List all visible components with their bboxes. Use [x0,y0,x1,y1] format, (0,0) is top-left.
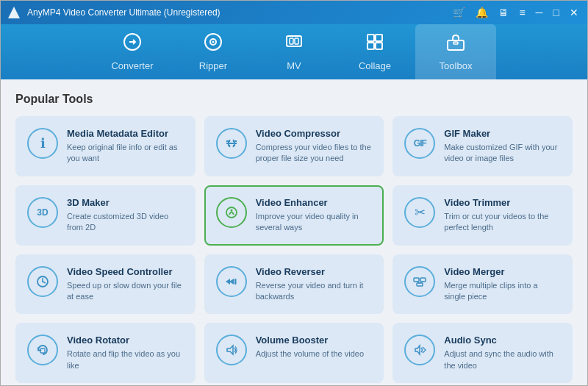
tool-video-enhancer[interactable]: Video Enhancer Improve your video qualit… [204,185,384,246]
nav-collage[interactable]: Collage [334,24,415,79]
ripper-icon [204,32,223,56]
ripper-label: Ripper [199,60,227,71]
audio-sync-desc: Adjust and sync the audio with the video [444,349,561,371]
tool-video-trimmer[interactable]: ✂ Video Trimmer Trim or cut your videos … [392,185,573,246]
volume-booster-name: Volume Booster [256,335,373,346]
toolbox-icon [446,32,465,56]
svg-point-15 [230,209,232,211]
audio-sync-name: Audio Sync [444,335,561,346]
video-merger-name: Video Merger [444,266,561,277]
gif-maker-icon: GIF [404,128,435,159]
cart-icon[interactable]: 🛒 [450,7,468,18]
nav-bar: Converter Ripper MV [1,24,587,79]
tool-volume-booster[interactable]: Volume Booster Adjust the volume of the … [204,323,384,383]
nav-mv[interactable]: MV [254,24,334,79]
video-trimmer-desc: Trim or cut your videos to the perfect l… [444,211,561,234]
app-title: AnyMP4 Video Converter Ultimate (Unregis… [27,7,450,18]
svg-rect-8 [368,35,374,41]
audio-sync-icon [404,335,435,365]
minimize-button[interactable]: ─ [533,7,546,18]
video-rotator-desc: Rotate and flip the video as you like [67,349,184,371]
3d-maker-icon: 3D [27,197,58,228]
video-merger-icon [404,266,435,297]
nav-toolbox[interactable]: Toolbox [415,24,496,79]
converter-icon [123,32,142,56]
video-speed-controller-name: Video Speed Controller [67,266,184,277]
tool-video-compressor[interactable]: Video Compressor Compress your video fil… [204,116,384,176]
svg-rect-11 [376,43,382,49]
volume-booster-desc: Adjust the volume of the video [256,349,373,360]
tool-gif-maker[interactable]: GIF GIF Maker Make customized GIF with y… [392,116,573,176]
mv-icon [284,32,304,56]
svg-rect-7 [295,38,298,44]
tool-video-merger[interactable]: Video Merger Merge multiple clips into a… [392,254,573,315]
tools-grid: ℹ Media Metadata Editor Keep original fi… [15,116,573,383]
volume-booster-icon [216,335,247,365]
app-logo [7,5,21,20]
svg-rect-10 [368,43,374,49]
mv-label: MV [287,60,301,71]
video-trimmer-icon: ✂ [404,197,435,228]
converter-label: Converter [111,60,153,71]
tool-video-reverser[interactable]: Video Reverser Reverse your video and tu… [204,254,384,315]
svg-rect-5 [287,36,301,46]
video-enhancer-icon [216,197,247,228]
video-speed-controller-icon [27,266,58,297]
bell-icon[interactable]: 🔔 [473,7,491,18]
video-reverser-name: Video Reverser [256,266,373,277]
title-bar: AnyMP4 Video Converter Ultimate (Unregis… [1,1,587,24]
gif-maker-name: GIF Maker [444,128,561,139]
video-trimmer-name: Video Trimmer [444,197,561,208]
tool-audio-sync[interactable]: Audio Sync Adjust and sync the audio wit… [392,323,573,383]
media-metadata-editor-icon: ℹ [27,128,58,159]
window-controls: 🛒 🔔 🖥 ≡ ─ □ ✕ [450,7,581,18]
3d-maker-name: 3D Maker [67,197,184,208]
video-compressor-name: Video Compressor [256,128,373,139]
svg-rect-18 [234,279,237,285]
video-speed-controller-desc: Speed up or slow down your file at ease [67,280,184,303]
svg-rect-6 [290,38,293,44]
monitor-icon[interactable]: 🖥 [495,7,512,18]
close-button[interactable]: ✕ [567,7,581,18]
3d-maker-desc: Create customized 3D video from 2D [67,211,184,234]
tool-3d-maker[interactable]: 3D 3D Maker Create customized 3D video f… [15,185,196,246]
tool-video-speed-controller[interactable]: Video Speed Controller Speed up or slow … [15,254,196,315]
content-area: Popular Tools ℹ Media Metadata Editor Ke… [1,79,587,386]
tool-media-metadata-editor[interactable]: ℹ Media Metadata Editor Keep original fi… [15,116,196,176]
svg-rect-20 [420,278,426,282]
maximize-button[interactable]: □ [551,7,562,18]
svg-point-4 [212,41,215,43]
svg-rect-9 [376,35,382,41]
svg-rect-13 [453,42,458,44]
menu-icon[interactable]: ≡ [516,7,528,18]
gif-maker-desc: Make customized GIF with your video or i… [444,142,561,165]
video-reverser-desc: Reverse your video and turn it backwards [256,280,373,303]
media-metadata-editor-desc: Keep original file info or edit as you w… [67,142,184,165]
tool-video-rotator[interactable]: Video Rotator Rotate and flip the video … [15,323,196,383]
nav-converter[interactable]: Converter [92,24,173,79]
svg-rect-19 [414,278,419,282]
video-rotator-icon [27,335,58,365]
video-compressor-desc: Compress your video files to the proper … [256,142,373,165]
video-merger-desc: Merge multiple clips into a single piece [444,280,561,303]
toolbox-label: Toolbox [440,60,473,71]
video-enhancer-name: Video Enhancer [256,197,373,208]
collage-icon [365,32,384,56]
video-reverser-icon [216,266,247,297]
section-title: Popular Tools [15,93,573,106]
nav-ripper[interactable]: Ripper [173,24,254,79]
video-enhancer-desc: Improve your video quality in several wa… [256,211,373,234]
svg-marker-0 [8,7,20,18]
media-metadata-editor-name: Media Metadata Editor [67,128,184,139]
collage-label: Collage [359,60,391,71]
svg-point-17 [42,281,43,282]
video-rotator-name: Video Rotator [67,335,184,346]
video-compressor-icon [216,128,247,159]
